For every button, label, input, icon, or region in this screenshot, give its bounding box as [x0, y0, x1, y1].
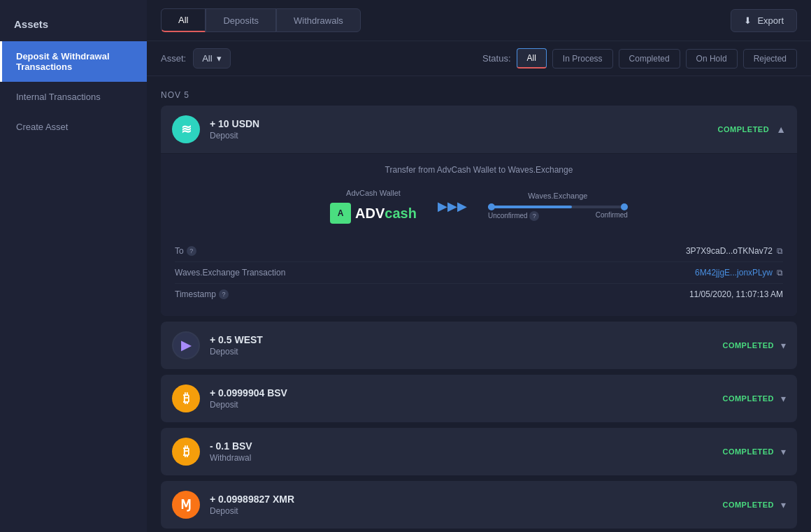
- asset-filter: Asset: All ▾: [161, 48, 231, 69]
- tab-deposits[interactable]: Deposits: [206, 8, 276, 32]
- chevron-down-icon-xmr: ▾: [781, 499, 786, 510]
- tx-right-bsv-withdrawal: COMPLETED ▾: [722, 446, 786, 457]
- tx-info-bsv-withdrawal: - 0.1 BSV Withdrawal: [210, 440, 252, 463]
- sidebar-assets-header: Assets: [0, 7, 147, 41]
- tx-amount-usdn: + 10 USDN: [210, 118, 259, 129]
- transfer-label: Transfer from AdvCash Wallet to Waves.Ex…: [175, 165, 783, 175]
- transaction-card-xmr: Ɱ + 0.09989827 XMR Deposit COMPLETED ▾: [161, 481, 797, 529]
- main-content: All Deposits Withdrawals ⬇ Export Asset:…: [147, 0, 811, 532]
- assets-label: Assets: [14, 18, 48, 30]
- tx-left: ≋ + 10 USDN Deposit: [172, 115, 259, 143]
- tx-amount-bsv-withdrawal: - 0.1 BSV: [210, 440, 252, 452]
- deposit-withdrawal-label: Deposit & WithdrawalTransactions: [16, 51, 110, 72]
- advcash-text: ADVcash: [355, 206, 417, 222]
- chevron-up-icon: ▲: [776, 124, 786, 135]
- chevron-down-icon-bsv-w: ▾: [781, 446, 786, 457]
- status-btn-completed[interactable]: Completed: [619, 49, 680, 69]
- asset-filter-label: Asset:: [161, 53, 186, 64]
- tx-header-bsv-deposit[interactable]: ₿ + 0.0999904 BSV Deposit COMPLETED ▾: [161, 375, 797, 422]
- asset-select[interactable]: All ▾: [193, 48, 230, 69]
- tx-left-bsv-withdrawal: ₿ - 0.1 BSV Withdrawal: [172, 438, 252, 466]
- progress-dot-end: [621, 203, 628, 210]
- export-icon: ⬇: [744, 15, 752, 26]
- tx-field-to: To ? 3P7X9caD...oTKNav72 ⧉: [175, 240, 783, 262]
- tx-field-waves-tx: Waves.Exchange Transaction 6M42jjgE...jo…: [175, 262, 783, 284]
- dest-label: Waves.Exchange: [528, 192, 587, 200]
- tx-icon-xmr: Ɱ: [172, 491, 200, 519]
- tx-right-xmr: COMPLETED ▾: [722, 499, 786, 510]
- transaction-card-usdn: ≋ + 10 USDN Deposit COMPLETED ▲ Transfer…: [161, 106, 797, 316]
- top-bar: All Deposits Withdrawals ⬇ Export: [147, 0, 811, 41]
- tx-info-usdn: + 10 USDN Deposit: [210, 118, 259, 141]
- flow-arrows: ▶▶▶: [438, 199, 467, 214]
- tx-right-usdn: COMPLETED ▲: [718, 124, 786, 135]
- progress-track: [488, 206, 628, 208]
- timestamp-help-icon[interactable]: ?: [219, 289, 229, 299]
- unconfirmed-label: Unconfirmed ?: [488, 211, 539, 221]
- timestamp-value: 11/05/2020, 11:07:13 AM: [689, 289, 783, 299]
- tx-header-west[interactable]: ▶ + 0.5 WEST Deposit COMPLETED ▾: [161, 322, 797, 369]
- progress-labels: Unconfirmed ? Confirmed: [488, 211, 628, 221]
- status-badge-bsv-withdrawal: COMPLETED: [722, 447, 774, 456]
- status-filter-label: Status:: [482, 53, 510, 64]
- tx-icon-bsv-withdrawal: ₿: [172, 438, 200, 466]
- status-badge-xmr: COMPLETED: [722, 501, 774, 509]
- unconfirmed-help-icon[interactable]: ?: [529, 211, 539, 221]
- sidebar-item-deposit-withdrawal[interactable]: Deposit & WithdrawalTransactions: [0, 41, 147, 82]
- source-label: AdvCash Wallet: [346, 189, 401, 197]
- tx-type-west: Deposit: [210, 347, 263, 357]
- tx-detail-usdn: Transfer from AdvCash Wallet to Waves.Ex…: [161, 153, 797, 316]
- waves-tx-label: Waves.Exchange Transaction: [175, 268, 285, 278]
- tx-amount-west: + 0.5 WEST: [210, 334, 263, 345]
- progress-bar-container: Unconfirmed ? Confirmed: [488, 206, 628, 221]
- status-badge-usdn: COMPLETED: [718, 125, 770, 134]
- tab-all[interactable]: All: [161, 8, 206, 32]
- tx-header-usdn[interactable]: ≋ + 10 USDN Deposit COMPLETED ▲: [161, 106, 797, 153]
- tx-left-bsv-deposit: ₿ + 0.0999904 BSV Deposit: [172, 384, 287, 412]
- progress-dot-start: [488, 203, 495, 210]
- tx-fields: To ? 3P7X9caD...oTKNav72 ⧉ Waves.Exchang…: [175, 240, 783, 305]
- tx-right-west: COMPLETED ▾: [722, 340, 786, 351]
- tx-header-xmr[interactable]: Ɱ + 0.09989827 XMR Deposit COMPLETED ▾: [161, 481, 797, 529]
- sidebar-item-internal-transactions[interactable]: Internal Transactions: [0, 82, 147, 112]
- status-btn-in-process[interactable]: In Process: [552, 49, 613, 69]
- tab-group: All Deposits Withdrawals: [161, 8, 361, 32]
- status-btn-rejected[interactable]: Rejected: [743, 49, 797, 69]
- status-btn-on-hold[interactable]: On Hold: [686, 49, 738, 69]
- sidebar-item-create-asset[interactable]: Create Asset: [0, 112, 147, 142]
- to-help-icon[interactable]: ?: [187, 246, 196, 256]
- tx-header-bsv-withdrawal[interactable]: ₿ - 0.1 BSV Withdrawal COMPLETED ▾: [161, 428, 797, 475]
- transaction-card-west: ▶ + 0.5 WEST Deposit COMPLETED ▾: [161, 322, 797, 369]
- tx-icon-west: ▶: [172, 331, 200, 359]
- tx-type-xmr: Deposit: [210, 506, 294, 516]
- tab-withdrawals[interactable]: Withdrawals: [276, 8, 361, 32]
- sidebar: Assets Deposit & WithdrawalTransactions …: [0, 0, 147, 532]
- tx-field-timestamp: Timestamp ? 11/05/2020, 11:07:13 AM: [175, 284, 783, 305]
- flow-dest: Waves.Exchange Unconfirmed ? Confirmed: [488, 192, 628, 221]
- confirmed-label: Confirmed: [596, 211, 628, 221]
- to-value: 3P7X9caD...oTKNav72 ⧉: [686, 246, 783, 256]
- status-btn-all[interactable]: All: [517, 48, 547, 69]
- tx-amount-bsv-deposit: + 0.0999904 BSV: [210, 387, 287, 398]
- to-copy-icon[interactable]: ⧉: [777, 246, 783, 256]
- transfer-flow: AdvCash Wallet A ADVcash ▶▶▶ Waves.Excha…: [175, 189, 783, 224]
- internal-transactions-label: Internal Transactions: [16, 92, 101, 102]
- create-asset-label: Create Asset: [16, 122, 68, 132]
- tx-right-bsv-deposit: COMPLETED ▾: [722, 393, 786, 404]
- waves-tx-value[interactable]: 6M42jjgE...jonxPLyw ⧉: [695, 268, 783, 278]
- transaction-card-bsv-withdrawal: ₿ - 0.1 BSV Withdrawal COMPLETED ▾: [161, 428, 797, 475]
- waves-tx-copy-icon[interactable]: ⧉: [777, 268, 783, 278]
- transaction-card-bsv-deposit: ₿ + 0.0999904 BSV Deposit COMPLETED ▾: [161, 375, 797, 422]
- to-label: To ?: [175, 246, 196, 256]
- flow-source: AdvCash Wallet A ADVcash: [330, 189, 417, 224]
- tx-info-xmr: + 0.09989827 XMR Deposit: [210, 494, 294, 516]
- chevron-down-icon-west: ▾: [781, 340, 786, 351]
- tx-type-usdn: Deposit: [210, 131, 259, 141]
- tx-info-bsv-deposit: + 0.0999904 BSV Deposit: [210, 387, 287, 410]
- filter-bar: Asset: All ▾ Status: All In Process Comp…: [147, 41, 811, 76]
- export-button[interactable]: ⬇ Export: [731, 9, 797, 32]
- asset-select-value: All: [202, 53, 212, 64]
- adv-icon: A: [330, 203, 351, 224]
- tx-icon-bsv-deposit: ₿: [172, 384, 200, 412]
- tx-info-west: + 0.5 WEST Deposit: [210, 334, 263, 357]
